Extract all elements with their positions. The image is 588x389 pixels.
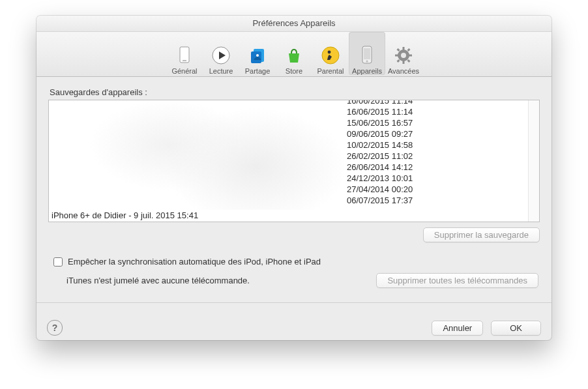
- backup-date[interactable]: 26/02/2015 11:02: [347, 151, 528, 162]
- cancel-button[interactable]: Annuler: [432, 321, 483, 336]
- redacted-area: [50, 102, 344, 210]
- svg-rect-18: [407, 59, 411, 63]
- backup-list[interactable]: iPad de Didier iPhone 6+ de Didier - 9 j…: [48, 100, 540, 222]
- device-icon: [357, 45, 377, 66]
- backup-date[interactable]: 16/06/2015 11:14: [347, 106, 528, 117]
- prevent-sync-label: Empêcher la synchronisation automatique …: [68, 257, 321, 267]
- delete-backup-button[interactable]: Supprimer la sauvegarde: [423, 227, 540, 242]
- svg-rect-17: [397, 48, 400, 51]
- svg-rect-15: [395, 55, 398, 57]
- help-button[interactable]: ?: [47, 320, 63, 336]
- window-title: Préférences Appareils: [37, 16, 551, 32]
- svg-rect-10: [364, 48, 370, 59]
- tab-label: Lecture: [209, 67, 233, 75]
- tab-label: Avancées: [388, 67, 419, 75]
- tab-label: Store: [286, 67, 302, 75]
- prevent-sync-checkbox[interactable]: [53, 257, 63, 267]
- backup-date[interactable]: 26/06/2014 14:12: [347, 162, 528, 173]
- svg-rect-16: [409, 55, 412, 57]
- svg-point-21: [401, 53, 406, 58]
- backup-date[interactable]: 16/06/2015 11:14: [347, 100, 528, 106]
- scrollbar[interactable]: [528, 100, 539, 222]
- play-icon: [211, 45, 231, 66]
- ok-button[interactable]: OK: [491, 321, 541, 336]
- svg-rect-19: [407, 48, 411, 51]
- svg-rect-20: [397, 59, 400, 63]
- backups-label: Sauvegardes d'appareils :: [50, 87, 540, 97]
- backup-date[interactable]: 09/06/2015 09:27: [347, 128, 528, 139]
- tab-advanced[interactable]: Avancées: [385, 32, 422, 75]
- tab-sharing[interactable]: Partage: [239, 32, 276, 75]
- tab-parental[interactable]: Parental: [312, 32, 349, 75]
- tab-store[interactable]: Store: [276, 32, 312, 75]
- backup-date[interactable]: 15/06/2015 16:57: [347, 117, 528, 128]
- tab-playback[interactable]: Lecture: [203, 32, 239, 75]
- svg-point-11: [366, 61, 368, 63]
- svg-rect-1: [183, 60, 186, 61]
- preferences-window: Préférences Appareils Général Lecture Pa…: [37, 16, 551, 340]
- delete-remotes-button[interactable]: Supprimer toutes les télécommandes: [376, 273, 538, 288]
- separator: [37, 302, 551, 303]
- parental-icon: [320, 45, 341, 66]
- gear-icon: [393, 45, 414, 66]
- general-icon: [174, 45, 195, 66]
- svg-point-6: [256, 54, 259, 57]
- preferences-toolbar: Général Lecture Partage Store: [37, 32, 551, 77]
- tab-label: Parental: [317, 67, 344, 75]
- svg-point-7: [322, 47, 339, 64]
- tab-general[interactable]: Général: [166, 32, 203, 75]
- svg-rect-14: [403, 61, 405, 64]
- backup-date[interactable]: 27/04/2014 00:20: [347, 184, 528, 195]
- tab-label: Appareils: [352, 67, 382, 75]
- tab-label: Général: [171, 67, 197, 75]
- list-item[interactable]: iPhone 6+ de Didier - 9 juil. 2015 15:41: [51, 210, 343, 220]
- svg-point-8: [328, 51, 331, 54]
- tab-label: Partage: [245, 67, 271, 75]
- backup-date[interactable]: 24/12/2013 10:01: [347, 173, 528, 184]
- tab-devices[interactable]: Appareils: [349, 32, 385, 75]
- store-icon: [284, 45, 304, 66]
- sharing-icon: [247, 45, 268, 66]
- backup-date[interactable]: 06/07/2015 17:37: [347, 195, 528, 206]
- remote-status: iTunes n'est jumelé avec aucune télécomm…: [66, 276, 250, 285]
- svg-rect-13: [403, 47, 405, 50]
- backup-date[interactable]: 10/02/2015 14:58: [347, 139, 528, 151]
